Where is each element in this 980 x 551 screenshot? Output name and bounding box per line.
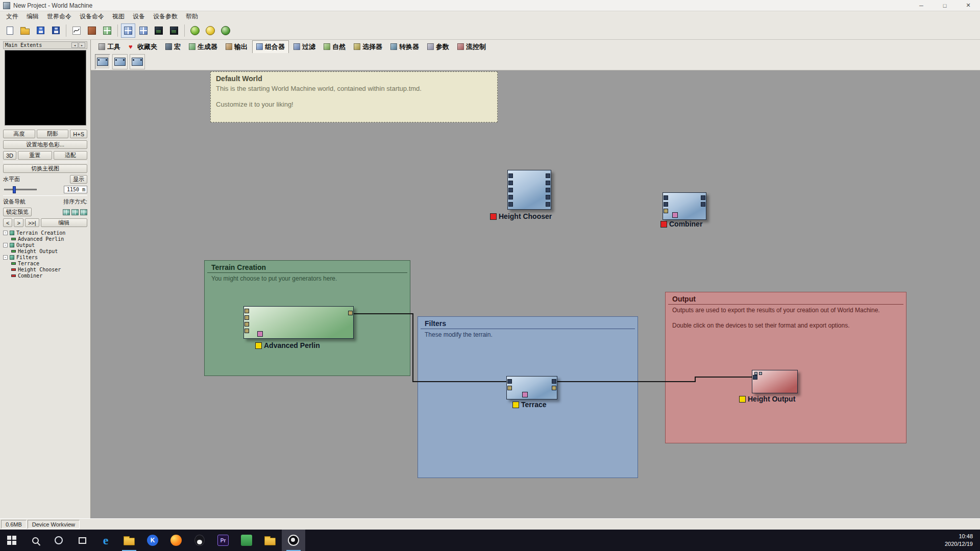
input-port[interactable] <box>664 202 668 207</box>
build-button[interactable] <box>188 23 202 38</box>
save-button[interactable] <box>33 23 47 38</box>
nav-prev-button[interactable]: < <box>3 218 12 227</box>
start-button[interactable] <box>0 530 23 551</box>
device-node-height-output[interactable] <box>752 370 798 393</box>
shadow-view-button[interactable]: 阴影 <box>37 130 69 138</box>
input-port[interactable] <box>508 202 513 207</box>
file-explorer-button[interactable] <box>117 530 141 551</box>
menu-device-params[interactable]: 设备参数 <box>149 11 182 22</box>
firefox-button[interactable] <box>164 530 188 551</box>
input-port[interactable] <box>244 322 249 327</box>
input-port[interactable] <box>508 181 513 185</box>
water-level-slider[interactable] <box>4 189 37 190</box>
input-port[interactable] <box>508 195 513 199</box>
device-label-height-output[interactable]: Height Output <box>739 395 795 403</box>
edge-button[interactable] <box>94 530 117 551</box>
input-port[interactable] <box>664 209 668 213</box>
device-label-height-chooser[interactable]: Height Chooser <box>490 212 552 220</box>
device-node-advanced-perlin[interactable] <box>243 306 354 339</box>
group-box-output[interactable]: Output Outputs are used to export the re… <box>665 292 906 443</box>
cortana-button[interactable] <box>47 530 70 551</box>
device-workview-button[interactable] <box>121 23 135 38</box>
next-extent-button[interactable] <box>79 42 85 48</box>
collapse-icon[interactable] <box>3 231 8 235</box>
input-port[interactable] <box>753 375 757 380</box>
menu-help[interactable]: 帮助 <box>182 11 202 22</box>
output-port[interactable] <box>348 311 353 315</box>
build-flagged-button[interactable] <box>203 23 217 38</box>
show-button[interactable]: 显示 <box>70 175 87 184</box>
tab-output[interactable]: 输出 <box>222 41 251 53</box>
slider-thumb[interactable] <box>13 186 16 193</box>
sort-by-type-icon[interactable] <box>63 209 70 215</box>
device-label-advanced-perlin[interactable]: Advanced Perlin <box>255 341 320 349</box>
menu-file[interactable]: 文件 <box>2 11 22 22</box>
output-port[interactable] <box>552 386 556 390</box>
tab-parameters[interactable]: 参数 <box>424 41 453 53</box>
tab-favorites[interactable]: 收藏夹 <box>125 41 161 53</box>
menu-device-commands[interactable]: 设备命令 <box>76 11 108 22</box>
combiner-device-3-button[interactable] <box>130 54 145 69</box>
input-port[interactable] <box>508 188 513 192</box>
device-label-combiner[interactable]: Combiner <box>660 220 702 228</box>
tab-natural[interactable]: 自然 <box>320 41 349 53</box>
combiner-device-2-button[interactable] <box>112 54 128 69</box>
tab-converters[interactable]: 转换器 <box>387 41 423 53</box>
tree-item-terrain-creation[interactable]: Terrain Creation <box>3 230 87 236</box>
input-port[interactable] <box>244 309 249 313</box>
preview-3d-button[interactable] <box>152 23 166 38</box>
lock-preview-button[interactable]: 锁定预览 <box>3 208 32 216</box>
tree-item-height-output[interactable]: Height Output <box>3 248 87 254</box>
menu-world-commands[interactable]: 世界命令 <box>43 11 76 22</box>
height-view-button[interactable]: 高度 <box>3 130 35 138</box>
menu-edit[interactable]: 编辑 <box>22 11 43 22</box>
terrain-grid-button[interactable] <box>100 23 114 38</box>
output-port[interactable] <box>552 379 556 384</box>
output-port[interactable] <box>546 181 550 185</box>
qq-button[interactable] <box>188 530 211 551</box>
new-file-button[interactable] <box>3 23 17 38</box>
premiere-button[interactable] <box>211 530 235 551</box>
tree-item-combiner[interactable]: Combiner <box>3 272 87 279</box>
device-workview-canvas[interactable]: Default World This is the starting World… <box>91 70 980 518</box>
tab-tools[interactable]: 工具 <box>95 41 124 53</box>
system-tray[interactable]: 10:48 2020/12/19 <box>938 530 980 551</box>
tab-combiners[interactable]: 组合器 <box>252 40 289 54</box>
tree-item-filters[interactable]: Filters <box>3 254 87 260</box>
close-button[interactable]: ✕ <box>957 0 980 11</box>
maximize-button[interactable]: □ <box>933 0 957 11</box>
default-world-note[interactable]: Default World This is the starting World… <box>210 71 498 122</box>
tab-macros[interactable]: 宏 <box>162 41 184 53</box>
output-port[interactable] <box>546 202 550 207</box>
tab-flow-control[interactable]: 流控制 <box>454 41 489 53</box>
edit-device-button[interactable]: 编辑 <box>41 218 87 227</box>
curve-editor-button[interactable] <box>69 23 84 38</box>
input-port[interactable] <box>244 329 249 333</box>
switch-main-view-button[interactable]: 切换主视图 <box>3 164 87 173</box>
workview-2-button[interactable] <box>136 23 151 38</box>
terrain-color-button[interactable]: 设置地形色彩... <box>3 140 87 149</box>
tab-generators[interactable]: 生成器 <box>185 41 221 53</box>
minimize-button[interactable]: ─ <box>910 0 933 11</box>
menu-view[interactable]: 视图 <box>108 11 129 22</box>
preview-3d-2-button[interactable] <box>167 23 181 38</box>
input-port[interactable] <box>244 315 249 320</box>
tree-item-advanced-perlin[interactable]: Advanced Perlin <box>3 236 87 242</box>
output-port[interactable] <box>701 195 705 200</box>
mask-port[interactable] <box>522 392 528 397</box>
device-layout-button[interactable] <box>85 23 99 38</box>
input-port[interactable] <box>664 195 668 200</box>
input-port[interactable] <box>508 173 513 178</box>
tab-filters[interactable]: 过滤 <box>290 41 319 53</box>
device-node-height-chooser[interactable] <box>507 170 551 210</box>
view-3d-button[interactable]: 3D <box>3 151 16 160</box>
tree-item-height-chooser[interactable]: Height Chooser <box>3 266 87 272</box>
sort-by-group-icon[interactable] <box>71 209 79 215</box>
output-port[interactable] <box>546 195 550 199</box>
combiner-device-1-button[interactable] <box>95 54 110 69</box>
tab-selectors[interactable]: 选择器 <box>350 41 386 53</box>
nav-last-button[interactable]: >>| <box>25 218 39 227</box>
output-port[interactable] <box>546 188 550 192</box>
output-port[interactable] <box>701 202 705 207</box>
height-shadow-button[interactable]: H+S <box>70 130 87 138</box>
